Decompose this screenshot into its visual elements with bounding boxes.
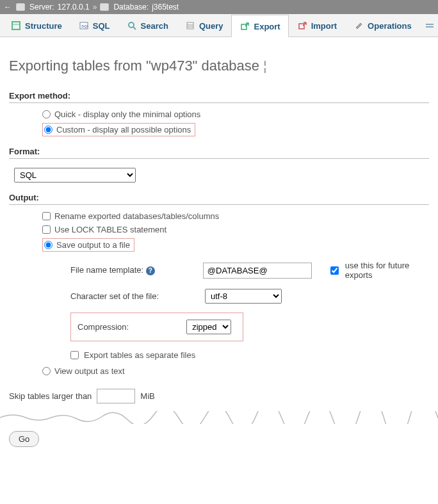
checkbox-lock-label: Use LOCK TABLES statement: [54, 225, 166, 234]
query-icon: [185, 20, 195, 31]
tab-export-label: Export: [254, 22, 280, 31]
database-icon: [100, 3, 109, 11]
format-select-wrap: SQL: [14, 168, 429, 183]
breadcrumb-separator: »: [93, 3, 97, 12]
tab-import[interactable]: Import: [289, 14, 345, 37]
sql-icon: SQL: [79, 20, 89, 31]
torn-edge-decoration: [0, 411, 438, 424]
opt-view-as-text[interactable]: View output as text: [42, 366, 429, 376]
file-template-label-text: File name template:: [70, 265, 143, 275]
opt-save-to-file[interactable]: Save output to a file: [44, 240, 130, 250]
highlight-custom-option: Custom - display all possible options: [42, 123, 195, 136]
server-label: Server:: [29, 3, 54, 12]
opt-separate-files[interactable]: Export tables as separate files: [9, 350, 429, 360]
svg-rect-14: [426, 26, 434, 28]
tab-search-label: Search: [141, 21, 168, 31]
go-row: Go: [0, 426, 438, 460]
tab-sql[interactable]: SQL SQL: [70, 14, 118, 37]
checkbox-rename-label: Rename exported databases/tables/columns: [54, 211, 219, 221]
checkbox-use-future[interactable]: [330, 266, 339, 275]
back-arrow-icon[interactable]: ←: [3, 3, 13, 12]
radio-save-file[interactable]: [44, 241, 53, 249]
section-export-method: Export method:: [9, 91, 429, 103]
row-charset: Character set of the file: utf-8: [70, 289, 429, 304]
tab-export[interactable]: Export: [231, 15, 288, 37]
svg-text:SQL: SQL: [81, 24, 88, 28]
go-button[interactable]: Go: [9, 431, 39, 447]
page-title-text: Exporting tables from "wp473" database: [9, 58, 259, 74]
svg-point-4: [129, 22, 134, 28]
radio-view-text[interactable]: [42, 367, 51, 375]
opt-rename[interactable]: Rename exported databases/tables/columns: [42, 211, 429, 221]
tab-query-label: Query: [199, 21, 223, 31]
page-title: Exporting tables from "wp473" database ¦: [9, 58, 429, 74]
row-skip-tables: Skip tables larger than MiB: [9, 389, 429, 403]
cursor-caret-icon: ¦: [263, 59, 266, 73]
radio-view-text-label: View output as text: [54, 366, 125, 376]
help-icon[interactable]: ?: [146, 266, 155, 275]
lock-post: statement: [127, 225, 166, 234]
tab-structure[interactable]: Structure: [3, 14, 70, 37]
file-template-input[interactable]: [203, 263, 312, 279]
export-method-quick[interactable]: Quick - display only the minimal options: [42, 110, 429, 119]
file-template-label: File name template: ?: [70, 265, 173, 275]
highlight-save-to-file: Save output to a file: [42, 238, 134, 252]
server-value[interactable]: 127.0.0.1: [58, 3, 90, 12]
radio-quick-label: Quick - display only the minimal options: [54, 110, 200, 119]
operations-icon: [353, 20, 364, 31]
checkbox-separate-files[interactable]: [70, 351, 79, 359]
radio-custom-label: Custom - display all possible options: [56, 125, 191, 134]
tab-sql-label: SQL: [93, 21, 110, 31]
skip-input[interactable]: [97, 389, 135, 403]
tab-operations-label: Operations: [368, 21, 412, 31]
checkbox-separate-files-label: Export tables as separate files: [84, 350, 195, 360]
structure-icon: [11, 20, 21, 31]
radio-save-file-label: Save output to a file: [56, 240, 130, 250]
svg-line-5: [133, 27, 136, 29]
row-compression: Compression: zipped: [70, 313, 429, 341]
format-select[interactable]: SQL: [14, 168, 136, 183]
svg-rect-6: [187, 22, 193, 29]
output-options: Rename exported databases/tables/columns…: [9, 211, 429, 252]
tab-structure-label: Structure: [25, 21, 62, 31]
charset-label: Character set of the file:: [70, 291, 173, 301]
radio-quick[interactable]: [42, 110, 51, 118]
lock-caps: LOCK TABLES: [72, 225, 128, 234]
database-label: Database:: [113, 3, 149, 12]
content-area: Exporting tables from "wp473" database ¦…: [0, 37, 438, 411]
export-method-custom[interactable]: Custom - display all possible options: [44, 125, 191, 134]
tabs-bar: Structure SQL SQL Search Query Export Im…: [0, 14, 438, 37]
compression-select[interactable]: zipped: [186, 320, 231, 334]
export-method-options: Quick - display only the minimal options…: [9, 110, 429, 136]
section-format: Format:: [9, 147, 429, 159]
svg-rect-13: [426, 24, 434, 25]
skip-unit: MiB: [140, 391, 154, 401]
tab-import-label: Import: [311, 21, 337, 31]
row-file-template: File name template: ? use this for futur…: [70, 261, 429, 280]
breadcrumb: ← Server: 127.0.0.1 » Database: j365test: [0, 0, 438, 14]
highlight-compression: Compression: zipped: [70, 313, 243, 341]
database-value[interactable]: j365test: [152, 3, 179, 12]
export-icon: [239, 21, 250, 31]
search-icon: [127, 20, 137, 31]
checkbox-rename[interactable]: [42, 212, 51, 220]
skip-label: Skip tables larger than: [9, 391, 92, 401]
tab-more[interactable]: [420, 14, 438, 37]
output-view-text: View output as text: [9, 366, 429, 376]
checkbox-lock[interactable]: [42, 225, 51, 234]
tab-search[interactable]: Search: [118, 14, 177, 37]
import-icon: [297, 20, 307, 31]
radio-custom[interactable]: [44, 126, 53, 134]
tab-query[interactable]: Query: [177, 14, 232, 37]
checkbox-use-future-label: use this for future exports: [345, 261, 429, 280]
server-icon: [16, 3, 25, 11]
svg-rect-0: [12, 22, 20, 29]
compression-label: Compression:: [77, 322, 129, 332]
tab-operations[interactable]: Operations: [345, 14, 420, 37]
opt-lock-tables[interactable]: Use LOCK TABLES statement: [42, 225, 429, 234]
charset-select[interactable]: utf-8: [205, 289, 282, 304]
section-output: Output:: [9, 193, 429, 205]
file-options-block: File name template: ? use this for futur…: [9, 261, 429, 341]
lock-pre: Use: [54, 225, 72, 234]
more-icon: [425, 20, 435, 31]
